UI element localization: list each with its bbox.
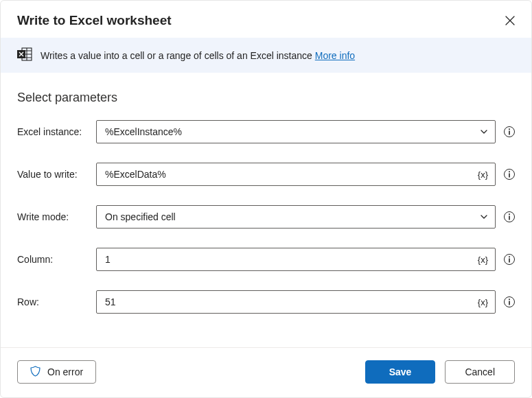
- variable-picker-icon[interactable]: {x}: [478, 169, 488, 180]
- row-input[interactable]: 51 {x}: [96, 290, 496, 314]
- label-row: Row:: [17, 296, 96, 307]
- row-value: 51: [105, 296, 116, 307]
- write-mode-value: On specified cell: [105, 211, 176, 222]
- svg-point-12: [509, 256, 510, 257]
- svg-rect-9: [509, 174, 510, 178]
- svg-point-8: [509, 171, 510, 172]
- row-column: Column: 1 {x}: [17, 248, 515, 271]
- info-icon[interactable]: [504, 296, 515, 307]
- svg-rect-13: [509, 259, 510, 263]
- row-row: Row: 51 {x}: [17, 290, 515, 314]
- svg-point-14: [509, 298, 510, 300]
- svg-point-10: [509, 213, 510, 215]
- info-icon[interactable]: [504, 169, 515, 180]
- form-body: Select parameters Excel instance: %Excel…: [1, 73, 531, 347]
- column-value: 1: [105, 254, 111, 265]
- value-to-write-input[interactable]: %ExcelData% {x}: [96, 163, 496, 186]
- variable-picker-icon[interactable]: {x}: [478, 255, 488, 265]
- label-excel-instance: Excel instance:: [17, 126, 96, 137]
- svg-point-6: [509, 128, 510, 130]
- section-title: Select parameters: [17, 91, 515, 105]
- chevron-down-icon: [480, 213, 488, 221]
- save-label: Save: [389, 366, 412, 377]
- close-icon[interactable]: [505, 16, 515, 25]
- info-bar: Writes a value into a cell or a range of…: [1, 38, 531, 73]
- svg-rect-11: [509, 216, 510, 220]
- write-mode-select[interactable]: On specified cell: [96, 205, 496, 229]
- value-to-write-value: %ExcelData%: [105, 169, 166, 180]
- shield-icon: [30, 366, 41, 379]
- info-icon[interactable]: [504, 126, 515, 137]
- label-value-to-write: Value to write:: [17, 169, 96, 180]
- info-text-body: Writes a value into a cell or a range of…: [41, 50, 315, 61]
- x-icon: [505, 16, 515, 25]
- on-error-label: On error: [47, 366, 83, 377]
- dialog-header: Write to Excel worksheet: [1, 1, 531, 38]
- label-column: Column:: [17, 254, 96, 265]
- dialog-footer: On error Save Cancel: [1, 347, 531, 397]
- variable-picker-icon[interactable]: {x}: [478, 297, 488, 307]
- label-write-mode: Write mode:: [17, 211, 96, 222]
- on-error-button[interactable]: On error: [17, 360, 96, 384]
- cancel-button[interactable]: Cancel: [445, 360, 515, 384]
- cancel-label: Cancel: [465, 366, 495, 377]
- chevron-down-icon: [480, 128, 488, 136]
- save-button[interactable]: Save: [365, 360, 436, 384]
- excel-instance-value: %ExcelInstance%: [105, 126, 182, 137]
- dialog-title: Write to Excel worksheet: [17, 13, 172, 28]
- row-write-mode: Write mode: On specified cell: [17, 205, 515, 229]
- excel-instance-select[interactable]: %ExcelInstance%: [96, 120, 496, 143]
- row-excel-instance: Excel instance: %ExcelInstance%: [17, 120, 515, 143]
- column-input[interactable]: 1 {x}: [96, 248, 496, 271]
- row-value-to-write: Value to write: %ExcelData% {x}: [17, 163, 515, 186]
- svg-rect-7: [509, 131, 510, 135]
- info-text: Writes a value into a cell or a range of…: [41, 50, 355, 61]
- excel-icon: [17, 47, 32, 63]
- svg-rect-15: [509, 301, 510, 305]
- info-icon[interactable]: [504, 254, 515, 265]
- more-info-link[interactable]: More info: [315, 50, 355, 61]
- info-icon[interactable]: [504, 211, 515, 222]
